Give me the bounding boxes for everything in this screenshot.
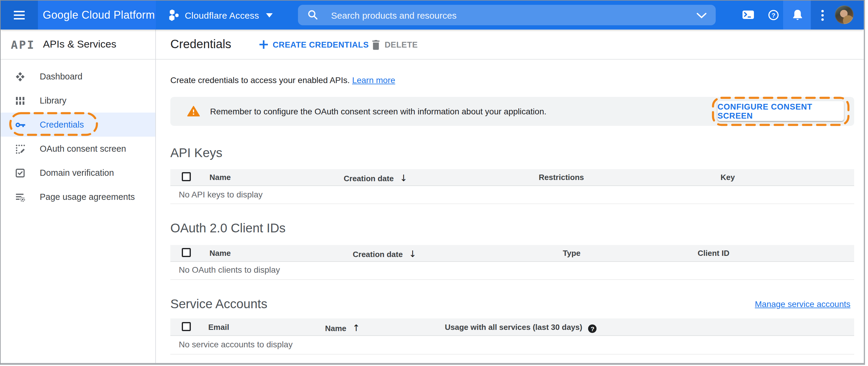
column-creation-date[interactable]: Creation date↓ — [344, 173, 407, 184]
column-name[interactable]: Name — [210, 249, 231, 257]
select-all-checkbox[interactable] — [182, 172, 191, 181]
column-usage: Usage with all services (last 30 days)? — [445, 323, 597, 333]
column-creation-date[interactable]: Creation date↓ — [353, 249, 416, 260]
sidebar-nav: Dashboard Library — [1, 60, 155, 209]
select-all-checkbox[interactable] — [182, 322, 191, 331]
api-keys-heading: API Keys — [170, 146, 222, 160]
project-caret-icon — [266, 13, 273, 17]
select-all-checkbox[interactable] — [182, 248, 191, 257]
sidebar-item-label: Domain verification — [40, 168, 114, 178]
sidebar-item-page-usage-agreements[interactable]: Page usage agreements — [1, 185, 155, 209]
hamburger-icon[interactable] — [14, 10, 25, 20]
service-accounts-heading: Service Accounts — [170, 297, 267, 311]
delete-label: DELETE — [385, 40, 418, 49]
plus-icon — [259, 40, 268, 49]
create-credentials-label: CREATE CREDENTIALS — [273, 40, 369, 49]
page-usage-icon — [15, 192, 25, 202]
domain-verification-icon — [15, 167, 25, 178]
intro-sentence: Create credentials to access your enable… — [170, 75, 350, 85]
search-input[interactable] — [331, 5, 668, 25]
avatar[interactable] — [835, 5, 854, 24]
column-creation-date-label: Creation date — [353, 250, 403, 259]
delete-button[interactable]: DELETE — [371, 30, 418, 60]
gcp-logo[interactable]: Google Cloud Platform — [43, 9, 155, 21]
service-accounts-table-header: Email Name↑ Usage with all services (las… — [170, 318, 854, 336]
project-selector[interactable]: Cloudflare Access — [169, 1, 273, 30]
oauth-clients-divider — [170, 279, 854, 280]
column-email[interactable]: Email — [208, 323, 229, 331]
project-name: Cloudflare Access — [185, 10, 259, 20]
sort-desc-icon[interactable]: ↓ — [409, 249, 416, 260]
help-icon[interactable]: ? — [768, 10, 779, 21]
consent-warning-banner: Remember to configure the OAuth consent … — [170, 97, 854, 126]
column-name[interactable]: Name — [210, 173, 231, 182]
sidebar-item-library[interactable]: Library — [1, 89, 155, 113]
column-client-id[interactable]: Client ID — [698, 249, 729, 257]
column-name-label: Name — [325, 324, 346, 333]
sidebar-item-label: Credentials — [40, 120, 84, 129]
service-accounts-divider — [170, 354, 854, 355]
search-icon — [308, 10, 318, 20]
column-key[interactable]: Key — [720, 173, 735, 182]
notifications-bell-icon[interactable] — [792, 9, 803, 21]
consent-screen-icon — [15, 144, 25, 154]
usage-help-icon[interactable]: ? — [588, 324, 597, 333]
sidebar-item-credentials[interactable]: Credentials — [1, 113, 155, 136]
topbar-logo-segment: Google Cloud Platform — [38, 1, 156, 30]
create-credentials-button[interactable]: CREATE CREDENTIALS — [259, 30, 369, 60]
gcp-topbar: Google Cloud Platform Cloudflare Access — [1, 1, 864, 30]
sidebar-item-label: OAuth consent screen — [40, 144, 126, 153]
banner-message: Remember to configure the OAuth consent … — [210, 106, 547, 116]
page-title: Credentials — [170, 37, 231, 51]
api-keys-table-header: Name Creation date↓ Restrictions Key — [170, 169, 854, 186]
main-content: Credentials CREATE CREDENTIALS DELETE Cr… — [156, 30, 864, 363]
screenshot-stage: Google Cloud Platform Cloudflare Access — [0, 0, 868, 366]
intro-text: Create credentials to access your enable… — [170, 75, 395, 85]
sidebar: API APIs & Services Dashboard — [1, 30, 156, 363]
learn-more-link[interactable]: Learn more — [352, 75, 395, 85]
page-header: Credentials CREATE CREDENTIALS DELETE — [156, 30, 864, 60]
warning-icon — [187, 105, 200, 117]
product-name: APIs & Services — [43, 38, 117, 50]
oauth-clients-table-header: Name Creation date↓ Type Client ID — [170, 245, 854, 262]
svg-text:?: ? — [772, 12, 776, 19]
sidebar-item-domain-verification[interactable]: Domain verification — [1, 161, 155, 185]
api-keys-empty-state: No API keys to display — [179, 190, 263, 199]
more-options-icon[interactable] — [821, 10, 824, 21]
column-name[interactable]: Name↑ — [325, 323, 360, 333]
api-product-logo: API — [11, 38, 35, 51]
search-bar — [298, 5, 716, 25]
sort-asc-icon[interactable]: ↑ — [352, 323, 360, 333]
library-icon — [15, 95, 25, 105]
service-accounts-empty-state: No service accounts to display — [179, 339, 292, 349]
project-hexagons-icon — [169, 9, 179, 21]
sidebar-item-oauth-consent-screen[interactable]: OAuth consent screen — [1, 136, 155, 161]
sort-desc-icon[interactable]: ↓ — [400, 173, 407, 184]
sidebar-item-dashboard[interactable]: Dashboard — [1, 64, 155, 89]
browser-frame: Google Cloud Platform Cloudflare Access — [0, 0, 865, 365]
column-restrictions[interactable]: Restrictions — [539, 173, 584, 182]
manage-service-accounts-link[interactable]: Manage service accounts — [755, 299, 850, 309]
search-dropdown-chevron-icon[interactable] — [696, 13, 707, 19]
api-keys-divider — [170, 204, 854, 204]
column-usage-label: Usage with all services (last 30 days) — [445, 323, 582, 331]
key-icon — [15, 120, 25, 130]
column-creation-date-label: Creation date — [344, 174, 394, 183]
sidebar-item-label: Library — [40, 96, 66, 105]
dashboard-icon — [15, 71, 25, 82]
sidebar-item-label: Page usage agreements — [40, 192, 135, 202]
sidebar-item-label: Dashboard — [40, 72, 83, 81]
configure-consent-screen-label: CONFIGURE CONSENT SCREEN — [717, 102, 844, 120]
cloud-shell-icon[interactable] — [742, 10, 754, 19]
oauth-clients-empty-state: No OAuth clients to display — [179, 265, 280, 274]
trash-icon — [371, 39, 380, 50]
column-type[interactable]: Type — [563, 249, 581, 257]
sidebar-header: API APIs & Services — [1, 30, 155, 60]
oauth-clients-heading: OAuth 2.0 Client IDs — [170, 221, 286, 235]
configure-consent-screen-button[interactable]: CONFIGURE CONSENT SCREEN — [717, 101, 844, 121]
